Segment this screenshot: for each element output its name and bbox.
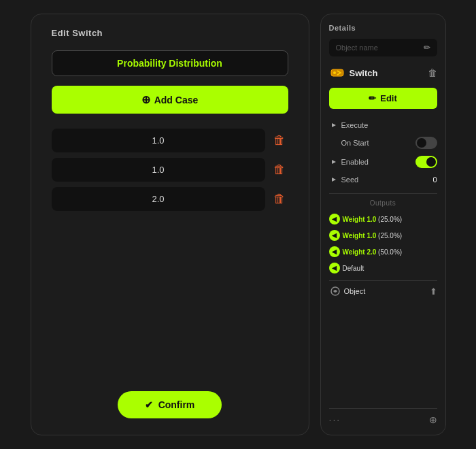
seed-arrow-icon (329, 175, 339, 184)
delete-case-1-button[interactable]: 🗑 (271, 131, 288, 150)
toggle-knob (426, 157, 436, 167)
confirm-button[interactable]: ✔ Confirm (118, 391, 222, 418)
output-row-3: ◀ Weight 2.0 (50.0%) (329, 244, 437, 260)
delete-switch-button[interactable]: 🗑 (428, 67, 437, 78)
table-row: 🗑 (52, 129, 288, 152)
object-row: Object ⬆ (329, 280, 437, 301)
object-label: Object (344, 287, 427, 295)
upload-icon[interactable]: ⬆ (430, 286, 437, 297)
switch-label: Switch (350, 68, 424, 78)
svg-marker-4 (332, 178, 336, 182)
more-options-icon[interactable]: ··· (329, 414, 341, 425)
object-name-row: Object name ✏ (329, 39, 437, 56)
switch-node-icon (329, 65, 345, 81)
edit-pencil-icon: ✏ (369, 93, 376, 103)
execute-row: Execute (329, 117, 437, 133)
table-row: 🗑 (52, 158, 288, 182)
switch-row: Switch 🗑 (329, 65, 437, 81)
output-arrow-icon-2: ◀ (329, 230, 340, 241)
enabled-arrow-icon (329, 157, 339, 167)
output-arrow-icon-3: ◀ (329, 246, 340, 257)
details-title: Details (329, 24, 437, 32)
enabled-row: Enabled (329, 152, 437, 171)
execute-arrow-icon (329, 120, 339, 130)
pencil-icon[interactable]: ✏ (424, 43, 430, 52)
default-arrow-icon: ◀ (329, 263, 340, 273)
output-label-2: Weight 1.0 (25.0%) (343, 232, 437, 239)
toggle-knob (417, 138, 426, 148)
seed-value: 0 (432, 176, 437, 184)
object-icon (329, 285, 341, 297)
object-name-placeholder: Object name (336, 44, 421, 52)
details-panel: Details Object name ✏ Switch 🗑 ✏ Edit (320, 14, 446, 435)
crosshair-icon[interactable]: ⊕ (429, 414, 437, 425)
output-row-1: ◀ Weight 1.0 (25.0%) (329, 211, 437, 227)
add-case-button[interactable]: ⊕ Add Case (52, 86, 288, 114)
case-input-1[interactable] (52, 129, 265, 152)
case-input-2[interactable] (52, 158, 265, 182)
edit-button[interactable]: ✏ Edit (329, 88, 437, 109)
on-start-row: On Start (329, 133, 437, 152)
svg-marker-3 (332, 160, 336, 164)
output-arrow-icon-1: ◀ (329, 214, 340, 224)
probability-distribution-button[interactable]: Probability Distribution (52, 50, 288, 76)
plus-icon: ⊕ (141, 93, 150, 106)
output-row-2: ◀ Weight 1.0 (25.0%) (329, 227, 437, 244)
default-label: Default (343, 265, 364, 272)
edit-switch-panel: Edit Switch Probability Distribution ⊕ A… (31, 14, 309, 435)
bottom-toolbar: ··· ⊕ (329, 408, 437, 425)
execute-label: Execute (341, 121, 437, 129)
delete-case-3-button[interactable]: 🗑 (271, 189, 288, 209)
enabled-toggle[interactable] (415, 156, 437, 168)
svg-point-1 (333, 71, 336, 74)
delete-case-2-button[interactable]: 🗑 (271, 160, 288, 180)
cases-list: 🗑 🗑 🗑 (52, 129, 288, 211)
svg-marker-2 (332, 123, 336, 127)
output-label-3: Weight 2.0 (50.0%) (343, 248, 437, 256)
output-label-1: Weight 1.0 (25.0%) (343, 216, 437, 223)
seed-row: Seed 0 (329, 171, 437, 188)
on-start-label: On Start (341, 139, 413, 147)
table-row: 🗑 (52, 187, 288, 211)
case-input-3[interactable] (52, 187, 265, 211)
default-row: ◀ Default (329, 260, 437, 276)
on-start-toggle[interactable] (415, 137, 437, 149)
seed-label: Seed (341, 176, 430, 184)
panel-title: Edit Switch (52, 28, 103, 38)
enabled-label: Enabled (341, 158, 413, 166)
checkmark-icon: ✔ (145, 399, 153, 410)
outputs-label: Outputs (329, 193, 437, 207)
